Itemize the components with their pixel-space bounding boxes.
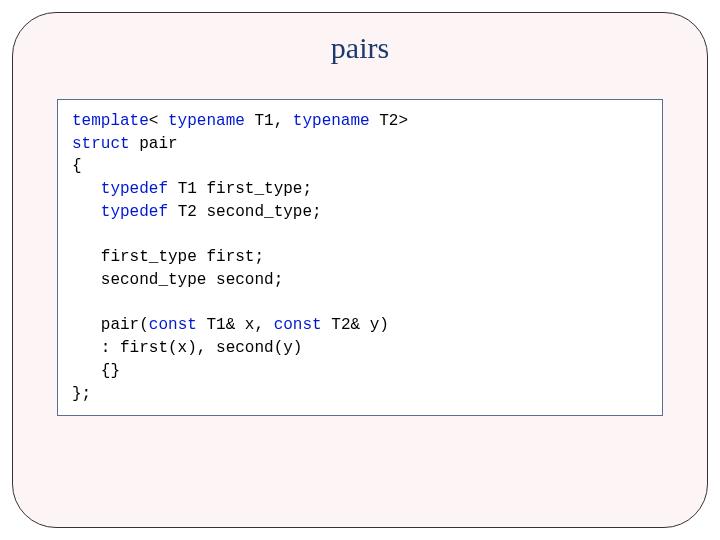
code-line: second_type second; <box>72 271 283 289</box>
slide-frame: pairs template< typename T1, typename T2… <box>12 12 708 528</box>
keyword-typename: typename <box>293 112 370 130</box>
keyword-typedef: typedef <box>101 203 168 221</box>
code-line: { <box>72 157 82 175</box>
keyword-template: template <box>72 112 149 130</box>
code-line: first_type first; <box>72 248 264 266</box>
keyword-const: const <box>149 316 197 334</box>
code-line: {} <box>72 362 120 380</box>
slide-title: pairs <box>57 31 663 65</box>
code-line: }; <box>72 385 91 403</box>
code-line: template< typename T1, typename T2> <box>72 112 408 130</box>
code-line: pair(const T1& x, const T2& y) <box>72 316 389 334</box>
code-block: template< typename T1, typename T2> stru… <box>57 99 663 416</box>
keyword-typedef: typedef <box>101 180 168 198</box>
keyword-typename: typename <box>168 112 245 130</box>
keyword-struct: struct <box>72 135 130 153</box>
code-line: struct pair <box>72 135 178 153</box>
code-line: : first(x), second(y) <box>72 339 302 357</box>
code-line: typedef T2 second_type; <box>72 203 322 221</box>
keyword-const: const <box>274 316 322 334</box>
code-line: typedef T1 first_type; <box>72 180 312 198</box>
